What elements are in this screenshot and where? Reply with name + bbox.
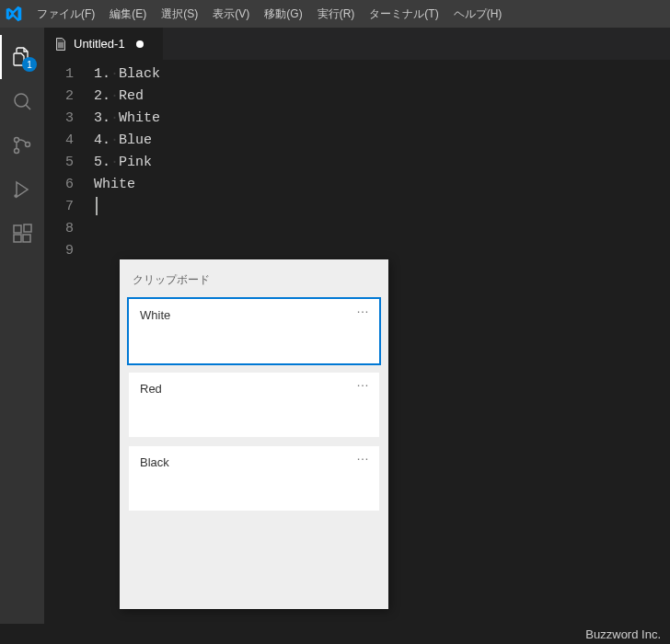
menu-bar: ファイル(F) 編集(E) 選択(S) 表示(V) 移動(G) 実行(R) ター… xyxy=(29,2,509,27)
tab-bar: Untitled-1 xyxy=(44,28,670,60)
svg-point-1 xyxy=(15,138,19,143)
tab-title: Untitled-1 xyxy=(74,37,125,51)
line-number: 3 xyxy=(44,108,74,130)
line-number: 4 xyxy=(44,130,74,152)
line-number: 1 xyxy=(44,63,74,86)
menu-go[interactable]: 移動(G) xyxy=(257,2,309,27)
clipboard-item[interactable]: Black … xyxy=(129,446,379,511)
code-line[interactable]: 2.·Red xyxy=(94,86,670,108)
svg-rect-8 xyxy=(24,224,31,232)
clipboard-panel: クリップボード White … Red … Black … xyxy=(120,259,388,609)
title-bar: ファイル(F) 編集(E) 選択(S) 表示(V) 移動(G) 実行(R) ター… xyxy=(0,0,670,28)
menu-edit[interactable]: 編集(E) xyxy=(102,2,154,27)
explorer-badge: 1 xyxy=(22,57,37,72)
file-icon xyxy=(53,37,68,52)
menu-run[interactable]: 実行(R) xyxy=(310,2,363,27)
code-line[interactable]: 5.·Pink xyxy=(94,152,670,174)
vscode-logo-icon xyxy=(6,6,22,22)
line-number: 5 xyxy=(44,152,74,174)
menu-view[interactable]: 表示(V) xyxy=(205,2,257,27)
code-line[interactable]: 4.·Blue xyxy=(94,130,670,152)
clipboard-item-text: Red xyxy=(140,382,162,396)
clipboard-title: クリップボード xyxy=(125,265,383,299)
svg-rect-6 xyxy=(14,235,21,242)
clipboard-item-text: White xyxy=(140,308,170,322)
tab-dirty-indicator xyxy=(136,40,144,48)
code-line[interactable]: 1.·Black xyxy=(94,63,670,86)
line-number-gutter: 1 2 3 4 5 6 7 8 9 xyxy=(44,63,94,624)
activity-bar: 1 xyxy=(0,28,44,624)
text-cursor xyxy=(96,197,98,215)
code-line[interactable]: White xyxy=(94,174,670,196)
menu-file[interactable]: ファイル(F) xyxy=(29,2,102,27)
clipboard-item[interactable]: White … xyxy=(129,299,379,363)
line-number: 6 xyxy=(44,174,74,196)
svg-point-0 xyxy=(15,94,28,107)
attribution-text: Buzzword Inc. xyxy=(585,627,661,641)
menu-select[interactable]: 選択(S) xyxy=(154,2,205,27)
more-icon[interactable]: … xyxy=(356,305,370,312)
menu-help[interactable]: ヘルプ(H) xyxy=(446,2,510,27)
svg-rect-5 xyxy=(14,225,21,233)
svg-rect-7 xyxy=(23,235,30,242)
clipboard-item-text: Black xyxy=(140,455,169,469)
line-number: 7 xyxy=(44,196,74,218)
menu-terminal[interactable]: ターミナル(T) xyxy=(362,2,445,27)
line-number: 8 xyxy=(44,218,74,240)
clipboard-item[interactable]: Red … xyxy=(129,373,379,437)
status-bar: Buzzword Inc. xyxy=(0,624,670,644)
clipboard-list: White … Red … Black … xyxy=(125,299,383,511)
svg-point-2 xyxy=(15,149,19,154)
more-icon[interactable]: … xyxy=(356,378,370,385)
svg-point-3 xyxy=(26,143,30,147)
activity-run-debug[interactable] xyxy=(0,167,44,212)
activity-extensions[interactable] xyxy=(0,212,44,256)
tab-untitled-1[interactable]: Untitled-1 xyxy=(44,28,164,60)
activity-explorer[interactable]: 1 xyxy=(0,35,44,79)
more-icon[interactable]: … xyxy=(356,452,370,459)
svg-point-4 xyxy=(15,195,17,197)
line-number: 9 xyxy=(44,240,74,262)
activity-search[interactable] xyxy=(0,79,44,123)
activity-source-control[interactable] xyxy=(0,123,44,167)
code-line[interactable] xyxy=(94,196,670,218)
code-line[interactable]: 3.·White xyxy=(94,108,670,130)
line-number: 2 xyxy=(44,86,74,108)
